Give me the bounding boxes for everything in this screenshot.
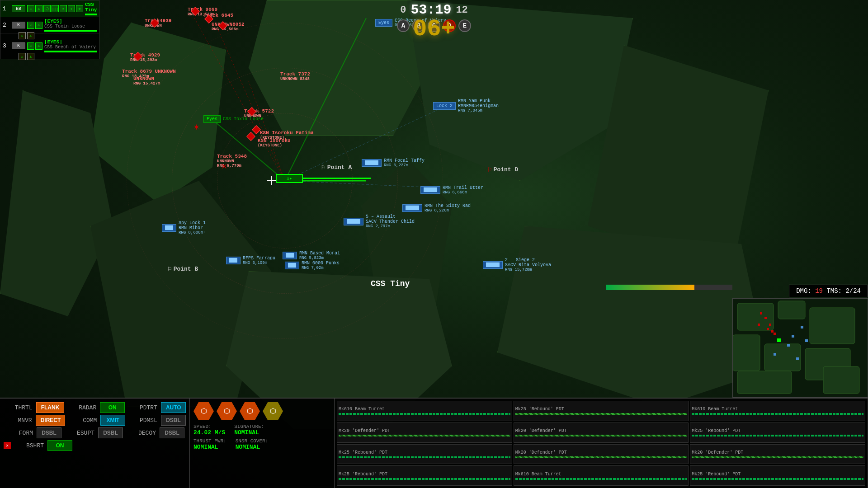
svg-rect-8 — [737, 303, 774, 330]
unit-num-2: 2 — [3, 22, 10, 28]
point-b-label: ⚐ Point B — [167, 264, 198, 273]
unit-name-1: CSS Tiny — [85, 2, 97, 13]
ship-health-fill — [606, 285, 694, 290]
point-a-text: Point A — [327, 164, 352, 171]
ship-info-section: ⬡ ⬡ ⬡ ⬡ SPEED: 24.02 M/S SIGNATURE: NOMI… — [190, 399, 335, 488]
snsr-label: SNSR COVER: — [236, 438, 269, 444]
form-btn[interactable]: DSBL — [37, 427, 61, 438]
mnvr-label: MNVR — [4, 417, 32, 424]
point-d-text: Point D — [494, 166, 519, 173]
unit-list-panel: 1 BB ⚔ ⚓ ⬡ ||| ✶ ✦ ⊗ CSS Tiny 2 K ⚔ ⚓ [E… — [0, 0, 99, 59]
blue-unit-farragu-rng: RNG 6,109m — [243, 261, 275, 265]
weapon-cell-3: Mk610 Beam Turret — [690, 401, 865, 421]
team-label-e[interactable]: E — [458, 19, 471, 32]
blue-unit-lock2-rng: RNG 7,045m — [458, 108, 499, 113]
speed-label: SPEED: — [193, 424, 225, 429]
weapon-bar-8 — [515, 456, 687, 458]
svg-rect-18 — [792, 335, 794, 338]
point-a-flag: ⚐ — [321, 163, 326, 172]
bottom-panel: THRTL FLANK RADAR ON PDTRT AUTO MNVR DIR… — [0, 398, 868, 488]
weapons-grid: Mk610 Beam Turret Mk25 'Rebound' PDT Mk6… — [337, 401, 865, 486]
unit-row-3[interactable]: 3 K ⚔ ⚓ [EYES] CSS Beech of Valery — [0, 38, 99, 54]
unit-icons-3: ⚔ ⚓ — [27, 42, 42, 50]
snsr-value: NOMINAL — [236, 444, 269, 450]
weapon-bar-10 — [339, 478, 510, 480]
weapon-cell-5: Mk20 'Defender' PDT — [514, 422, 689, 443]
weapon-bar-2 — [515, 413, 687, 415]
player-ship-icon: ⚓✦ — [276, 174, 303, 183]
pdtrt-label: PDTRT — [128, 404, 157, 411]
enemy-diamond-2 — [206, 16, 212, 22]
blue-unit-trail-rng: RNG 6,666m — [443, 190, 483, 195]
blue-unit-lock2: Lock 2 RMN Yam Punk RMNRM054enigman RNG … — [433, 99, 499, 113]
blue-unit-siege-name: 2 – Siege 2 — [505, 258, 551, 263]
radar-btn[interactable]: ON — [100, 402, 125, 413]
dmg-panel: DMG: 19 TMS: 2/24 — [789, 285, 868, 297]
blue-ship-assault: █████ — [344, 218, 363, 225]
esupt-btn[interactable]: DSBL — [98, 427, 123, 438]
weapon-name-1: Mk610 Beam Turret — [339, 407, 510, 412]
weapon-bar-9 — [692, 456, 863, 458]
weapon-name-2: Mk25 'Rebound' PDT — [515, 407, 687, 412]
green-ship-toxin: Eyes — [203, 115, 221, 123]
unit-badge-2: K — [12, 22, 25, 28]
decoy-btn[interactable]: DSBL — [160, 427, 184, 438]
track-ksn-isoroku: KSN Isoroku (KEYSTONE) — [258, 138, 291, 148]
unit-icon-2-3: ⚔ — [19, 32, 26, 39]
blue-ship-based: ███ — [283, 252, 297, 259]
unit-icon-3-3: ⚔ — [19, 53, 26, 60]
weapon-hex-3: ⬡ — [240, 402, 260, 420]
svg-rect-25 — [769, 324, 771, 326]
unit-subtitle-2: CSS Toxin Loose — [44, 24, 97, 29]
weapon-cell-12: Mk25 'Rebound' PDT — [690, 465, 865, 486]
blue-unit-based: ███ RMN Based Moral RNG 5,823m — [283, 251, 340, 260]
blue-unit-spylock-rng: RNG 8,600m+ — [179, 230, 206, 235]
unit-subtitle-3: CSS Beech of Valery — [44, 45, 97, 50]
unit-num-1: 1 — [3, 5, 10, 12]
weapon-name-5: Mk20 'Defender' PDT — [515, 428, 687, 433]
point-a-label: ⚐ Point A — [321, 163, 352, 172]
track-7372: Track 7372 UNKNOWN 8348 — [280, 71, 310, 81]
unit-icon-1-7: ⊗ — [76, 5, 83, 12]
blue-unit-siege-sub: SACV Rita Volyova — [505, 263, 551, 267]
score-display: 06+ — [413, 16, 455, 42]
terrain-shape-7 — [497, 226, 769, 407]
thrtl-btn[interactable]: FLANK — [36, 402, 64, 413]
svg-rect-19 — [805, 339, 808, 342]
blue-ship-focal: █████ — [362, 159, 382, 167]
thrtl-label: THRTL — [4, 404, 33, 411]
unit-row-2[interactable]: 2 K ⚔ ⚓ [EYES] CSS Toxin Loose — [0, 17, 99, 33]
point-b-text: Point B — [174, 266, 198, 272]
weapon-bar-11 — [515, 478, 687, 480]
form-label: FORM — [4, 430, 33, 436]
blue-unit-punks-rng: RNG 7,02m — [302, 266, 340, 270]
svg-rect-14 — [737, 371, 792, 394]
blue-unit-assault: █████ 5 – Assault SACV Thunder Child RNG… — [344, 214, 415, 229]
pdtrt-btn[interactable]: AUTO — [161, 402, 186, 413]
unit-health-2 — [44, 30, 97, 32]
blue-ship-farragu: ███ — [226, 257, 241, 264]
bshrt-btn[interactable]: ON — [47, 440, 72, 451]
unit-name-3: [EYES] — [44, 39, 97, 45]
bshrt-checkbox[interactable]: ✕ — [4, 442, 11, 449]
ship-stat-row-2: THRUST PWR: NOMINAL SNSR COVER: NOMINAL — [193, 438, 330, 450]
team-label-a[interactable]: A — [397, 19, 410, 32]
weapon-cell-9: Mk20 'Defender' PDT — [690, 444, 865, 465]
comm-btn[interactable]: XMIT — [100, 415, 125, 426]
mnvr-btn[interactable]: DIRECT — [36, 415, 65, 426]
timer-display: 0 53:19 12 — [400, 2, 468, 18]
point-d-label: ⚐ Point D — [487, 165, 518, 174]
weapon-name-7: Mk25 'Rebound' PDT — [339, 450, 510, 455]
ship-stat-thrust: THRUST PWR: NOMINAL — [193, 438, 226, 450]
weapon-cell-6: Mk25 'Rebound' PDT — [690, 422, 865, 443]
bshrt-row: ✕ BSHRT ON — [4, 440, 186, 451]
pdmsl-btn[interactable]: DSBL — [161, 415, 186, 426]
unit-name-2: [EYES] — [44, 19, 97, 24]
unit-row-1[interactable]: 1 BB ⚔ ⚓ ⬡ ||| ✶ ✦ ⊗ CSS Tiny — [0, 0, 99, 17]
blue-unit-assault-name: 5 – Assault — [366, 214, 415, 219]
blue-unit-trail-name: RMN Trail Utter — [443, 185, 483, 190]
enemy-diamond-8 — [248, 133, 254, 140]
svg-rect-20 — [787, 344, 790, 347]
bshrt-label: BSHRT — [14, 442, 44, 449]
css-tiny-map-label: CSS Tiny — [371, 279, 410, 288]
